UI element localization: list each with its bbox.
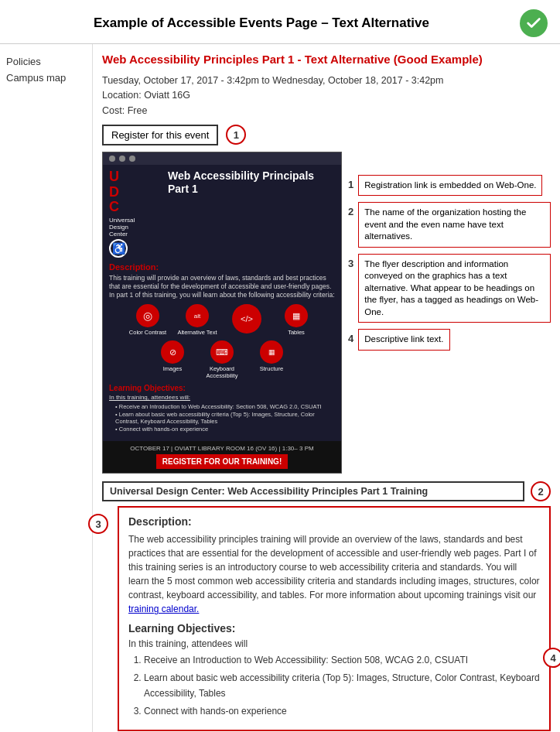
flyer-logo: U D C UniversalDesignCenter ♿ bbox=[109, 169, 163, 258]
flyer-annotations-container: U D C UniversalDesignCenter ♿ Web Access… bbox=[102, 152, 551, 474]
annotation-box-1: Registration link is embedded on Web-One… bbox=[358, 175, 542, 197]
event-meta: Tuesday, October 17, 2017 - 3:42pm to We… bbox=[102, 74, 551, 118]
flyer-bullet-2: • Learn about basic web accessibility cr… bbox=[115, 411, 335, 425]
annotation-box-4: Descriptive link text. bbox=[358, 329, 449, 351]
description-heading: Description: bbox=[128, 515, 540, 528]
desc-section-num4: 4 bbox=[543, 648, 560, 668]
event-location: Location: Oviatt 16G bbox=[102, 88, 551, 103]
flyer-header-row: U D C UniversalDesignCenter ♿ Web Access… bbox=[109, 169, 335, 258]
sidebar-item-campus-map[interactable]: Campus map bbox=[6, 70, 86, 86]
sidebar-item-policies[interactable]: Policies bbox=[6, 53, 86, 70]
flyer-icon-color-contrast: ◎ Color Contrast bbox=[125, 304, 171, 336]
images-label: Images bbox=[163, 365, 183, 372]
images-icon: ⊘ bbox=[161, 340, 184, 364]
annotations-column: 1 Registration link is embedded on Web-O… bbox=[348, 152, 551, 474]
learning-obj-list: Receive an Introduction to Web Accessibi… bbox=[144, 653, 540, 719]
flyer-icon-images: ⊘ Images bbox=[149, 340, 196, 379]
list-item-2: Learn about basic web accessibility crit… bbox=[144, 671, 540, 700]
event-date: Tuesday, October 17, 2017 - 3:42pm to We… bbox=[102, 74, 551, 88]
flyer-body: U D C UniversalDesignCenter ♿ Web Access… bbox=[103, 165, 341, 439]
event-title: Web Accessibility Principles Part 1 - Te… bbox=[102, 52, 551, 67]
desc-section-num4-wrapper: 4 bbox=[543, 648, 560, 668]
register-row: Register for this event 1 bbox=[102, 125, 551, 145]
annotation-num-4: 4 bbox=[348, 329, 353, 344]
training-calendar-link[interactable]: training calendar. bbox=[128, 604, 199, 614]
flyer-icons: ◎ Color Contrast alt Alternative Text </… bbox=[109, 304, 335, 336]
flyer-footer-text: OCTOBER 17 | OVIATT LIBRARY ROOM 16 (OV … bbox=[107, 445, 337, 452]
annotation-1-row: 1 Registration link is embedded on Web-O… bbox=[348, 175, 551, 197]
caption-box: Universal Design Center: Web Accessibili… bbox=[102, 481, 524, 501]
flyer-topbar bbox=[103, 152, 341, 165]
annotation-num-3: 3 bbox=[348, 254, 353, 269]
flyer-desc-heading: Description: bbox=[109, 262, 335, 272]
flyer-logo-text: UniversalDesignCenter bbox=[109, 217, 163, 238]
flyer-icon-structure: ▦ Structure bbox=[248, 340, 295, 379]
flyer-icon-alt-text: alt Alternative Text bbox=[174, 304, 220, 336]
flyer-icons-row2: ⊘ Images ⌨ Keyboard Accessibility ▦ Stru… bbox=[109, 340, 335, 379]
flyer-register-button[interactable]: REGISTER FOR OUR TRAINING! bbox=[156, 454, 288, 469]
alt-text-icon: alt bbox=[186, 304, 209, 327]
annotation-4-row: 4 Descriptive link text. bbox=[348, 329, 551, 351]
caption-num: 2 bbox=[531, 481, 551, 501]
structure-label: Structure bbox=[260, 365, 283, 372]
flyer-dot-1 bbox=[109, 156, 115, 162]
register-button[interactable]: Register for this event bbox=[102, 125, 218, 145]
flyer-footer: OCTOBER 17 | OVIATT LIBRARY ROOM 16 (OV … bbox=[103, 441, 341, 473]
page-title: Example of Accessible Events Page – Text… bbox=[12, 15, 510, 31]
sidebar: Policies Campus map bbox=[0, 44, 93, 732]
flyer-bullet-3: • Connect with hands-on experience bbox=[115, 426, 335, 433]
flyer-dot-3 bbox=[129, 156, 135, 162]
flyer-icon-center: </> bbox=[224, 304, 270, 336]
annotation-2-row: 2 The name of the organization hosting t… bbox=[348, 202, 551, 248]
structure-icon: ▦ bbox=[260, 340, 283, 364]
flyer-learning-link[interactable]: In this training, attendees will: bbox=[109, 394, 335, 401]
list-item-3: Connect with hands-on experience bbox=[144, 704, 540, 719]
flyer-desc-text: This training will provide an overview o… bbox=[109, 274, 335, 299]
main-content: Web Accessibility Principles Part 1 - Te… bbox=[93, 44, 560, 732]
learning-obj-sub: In this training, attendees will bbox=[128, 638, 540, 649]
tables-label: Tables bbox=[288, 329, 305, 336]
annotation-box-3: The flyer description and information co… bbox=[358, 254, 551, 323]
flyer-main-title: Web Accessibility Principals Part 1 bbox=[168, 169, 335, 196]
list-item-1: Receive an Introduction to Web Accessibi… bbox=[144, 653, 540, 668]
center-icon: </> bbox=[232, 304, 261, 334]
desc-section-circle-num: 3 bbox=[88, 514, 108, 534]
annotation-3-row: 3 The flyer description and information … bbox=[348, 254, 551, 323]
caption-row: Universal Design Center: Web Accessibili… bbox=[102, 481, 551, 501]
annotation-box-2: The name of the organization hosting the… bbox=[358, 202, 551, 248]
annotation-circle-1: 1 bbox=[226, 125, 246, 145]
flyer-bullet-1: • Receive an Introduction to Web Accessi… bbox=[115, 403, 335, 410]
alt-text-label: Alternative Text bbox=[177, 329, 217, 336]
flyer-icon-keyboard: ⌨ Keyboard Accessibility bbox=[199, 340, 245, 379]
description-section: Description: The web accessibility princ… bbox=[118, 506, 551, 731]
learning-objectives-heading: Learning Objectives: bbox=[128, 622, 540, 635]
flyer-icon-tables: ▦ Tables bbox=[273, 304, 319, 336]
main-layout: Policies Campus map Web Accessibility Pr… bbox=[0, 44, 560, 732]
event-flyer: U D C UniversalDesignCenter ♿ Web Access… bbox=[102, 152, 342, 474]
flyer-learning-heading: Learning Objectives: bbox=[109, 384, 335, 392]
tables-icon: ▦ bbox=[285, 304, 308, 327]
flyer-title-block: Web Accessibility Principals Part 1 bbox=[168, 169, 335, 258]
event-cost: Cost: Free bbox=[102, 104, 551, 118]
keyboard-icon: ⌨ bbox=[210, 340, 234, 364]
description-section-wrapper: 3 Description: The web accessibility pri… bbox=[102, 506, 551, 731]
annotation-num-2: 2 bbox=[348, 202, 353, 217]
keyboard-label: Keyboard Accessibility bbox=[199, 365, 245, 379]
description-body: The web accessibility principles trainin… bbox=[128, 532, 540, 616]
color-contrast-label: Color Contrast bbox=[129, 329, 166, 336]
flyer-logo-letters: U D C bbox=[109, 169, 163, 215]
check-icon bbox=[520, 9, 548, 37]
color-contrast-icon: ◎ bbox=[136, 304, 159, 327]
flyer-accessibility-icon: ♿ bbox=[109, 239, 128, 258]
page-header: Example of Accessible Events Page – Text… bbox=[0, 0, 560, 44]
annotation-num-1: 1 bbox=[348, 175, 353, 190]
flyer-dot-2 bbox=[119, 156, 125, 162]
